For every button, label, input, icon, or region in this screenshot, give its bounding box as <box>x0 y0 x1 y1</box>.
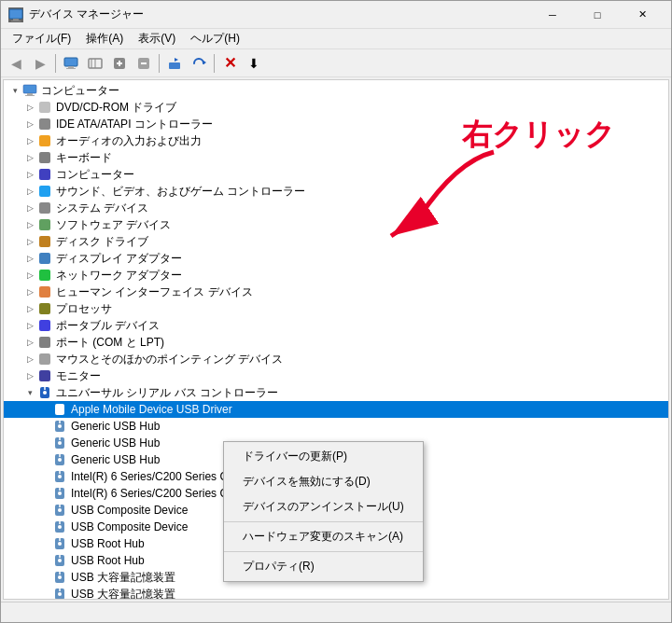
svg-point-58 <box>58 508 62 512</box>
tree-label-system: システム デバイス <box>56 201 148 216</box>
tree-toggle-computer[interactable]: ▾ <box>7 83 22 98</box>
tree-item-usb[interactable]: ▾ユニバーサル シリアル バス コントローラー <box>4 384 668 401</box>
tree-toggle-monitor[interactable]: ▷ <box>22 368 37 383</box>
tree-icon-system <box>37 201 52 215</box>
toolbar-btn-refresh[interactable] <box>188 52 210 75</box>
tree-toggle-processor[interactable]: ▷ <box>22 301 37 316</box>
tree-toggle-generic-hub1 <box>37 419 52 434</box>
tree-item-dvd[interactable]: ▷DVD/CD-ROM ドライブ <box>4 99 668 116</box>
tree-icon-usb <box>37 385 52 400</box>
tree-icon-generic-hub2 <box>52 436 67 450</box>
svg-rect-29 <box>39 270 50 281</box>
tree-toggle-display[interactable]: ▷ <box>22 251 37 266</box>
tree-item-monitor[interactable]: ▷モニター <box>4 367 668 384</box>
context-uninstall-device[interactable]: デバイスのアンインストール(U) <box>224 494 423 519</box>
tree-item-hid[interactable]: ▷ヒューマン インターフェイス デバイス <box>4 284 668 300</box>
toolbar-btn-4[interactable] <box>133 52 155 75</box>
tree-item-apple-driver[interactable]: Apple Mobile Device USB Driver <box>4 401 668 418</box>
tree-icon-mouse <box>37 352 52 367</box>
tree-item-sound[interactable]: ▷サウンド、ビデオ、およびゲーム コントローラー <box>4 183 668 200</box>
tree-toggle-sound[interactable]: ▷ <box>22 184 37 199</box>
toolbar-btn-update[interactable] <box>163 52 186 75</box>
menu-help[interactable]: ヘルプ(H) <box>183 29 247 48</box>
tree-toggle-ide[interactable]: ▷ <box>22 117 37 132</box>
tree-toggle-keyboard[interactable]: ▷ <box>22 150 37 165</box>
tree-item-audio-in-out[interactable]: ▷オーディオの入力および出力 <box>4 132 668 149</box>
tree-label-apple-driver: Apple Mobile Device USB Driver <box>71 403 232 416</box>
minimize-button[interactable]: ─ <box>531 1 574 29</box>
tree-toggle-system[interactable]: ▷ <box>22 201 37 215</box>
tree-icon-apple-driver <box>52 402 67 417</box>
tree-toggle-intel2 <box>37 486 52 501</box>
tree-item-computer2[interactable]: ▷コンピューター <box>4 166 668 183</box>
svg-rect-34 <box>39 353 50 365</box>
tree-label-network: ネットワーク アダプター <box>56 268 182 284</box>
tree-icon-processor <box>37 301 52 316</box>
tree-item-system[interactable]: ▷システム デバイス <box>4 200 668 216</box>
tree-item-ide[interactable]: ▷IDE ATA/ATAPI コントローラー <box>4 116 668 132</box>
tree-toggle-network[interactable]: ▷ <box>22 268 37 283</box>
tree-icon-ide <box>37 117 52 132</box>
tree-toggle-port[interactable]: ▷ <box>22 335 37 350</box>
svg-point-64 <box>58 542 62 546</box>
tree-label-generic-hub2: Generic USB Hub <box>71 436 160 450</box>
tree-toggle-intel1 <box>37 469 52 484</box>
close-button[interactable]: ✕ <box>621 1 664 29</box>
tree-icon-generic-hub3 <box>52 452 67 467</box>
tree-label-portable: ポータブル デバイス <box>56 318 160 334</box>
menu-view[interactable]: 表示(V) <box>131 29 183 48</box>
svg-rect-16 <box>23 85 36 93</box>
tree-toggle-mouse[interactable]: ▷ <box>22 352 37 367</box>
svg-rect-32 <box>39 320 50 331</box>
tree-label-usb-root2: USB Root Hub <box>71 554 145 567</box>
tree-label-usb-mass2: USB 大容量記憶装置 <box>71 587 175 601</box>
tree-toggle-portable[interactable]: ▷ <box>22 318 37 333</box>
context-update-driver[interactable]: ドライバーの更新(P) <box>224 444 423 469</box>
tree-item-port[interactable]: ▷ポート (COM と LPT) <box>4 334 668 351</box>
tree-item-usb-mass2[interactable]: USB 大容量記憶装置 <box>4 586 668 600</box>
menu-file[interactable]: ファイル(F) <box>5 29 78 48</box>
context-sep-2 <box>224 551 423 552</box>
svg-rect-4 <box>68 66 74 68</box>
title-bar-buttons: ─ □ ✕ <box>531 1 664 29</box>
tree-label-computer2: コンピューター <box>56 167 134 183</box>
toolbar-btn-2[interactable] <box>84 52 106 75</box>
context-scan-hardware[interactable]: ハードウェア変更のスキャン(A) <box>224 524 423 549</box>
tree-toggle-apple-driver <box>37 402 52 417</box>
tree-label-generic-hub3: Generic USB Hub <box>71 453 160 466</box>
tree-item-portable[interactable]: ▷ポータブル デバイス <box>4 317 668 334</box>
tree-item-disk[interactable]: ▷ディスク ドライブ <box>4 233 668 250</box>
tree-toggle-computer2[interactable]: ▷ <box>22 167 37 182</box>
tree-toggle-software[interactable]: ▷ <box>22 217 37 232</box>
svg-rect-3 <box>64 58 77 66</box>
tree-toggle-usb[interactable]: ▾ <box>22 385 37 400</box>
tree-icon-usb-mass2 <box>52 587 67 600</box>
tree-item-display[interactable]: ▷ディスプレイ アダプター <box>4 250 668 267</box>
tree-icon-usb-mass1 <box>52 570 67 585</box>
toolbar-btn-1[interactable] <box>60 52 82 75</box>
svg-rect-30 <box>39 286 50 298</box>
tree-item-software[interactable]: ▷ソフトウェア デバイス <box>4 216 668 233</box>
toolbar-btn-down[interactable]: ⬇ <box>243 52 265 75</box>
tree-item-keyboard[interactable]: ▷キーボード <box>4 149 668 166</box>
tree-item-generic-hub1[interactable]: Generic USB Hub <box>4 418 668 435</box>
toolbar-btn-3[interactable] <box>108 52 131 75</box>
tree-item-processor[interactable]: ▷プロセッサ <box>4 300 668 317</box>
toolbar-btn-cancel[interactable]: ✕ <box>218 52 241 75</box>
tree-toggle-audio-in-out[interactable]: ▷ <box>22 133 37 148</box>
context-properties[interactable]: プロパティ(R) <box>224 554 423 579</box>
tree-item-network[interactable]: ▷ネットワーク アダプター <box>4 267 668 284</box>
tree-toggle-dvd[interactable]: ▷ <box>22 100 37 115</box>
svg-rect-31 <box>39 303 50 314</box>
context-disable-device[interactable]: デバイスを無効にする(D) <box>224 469 423 494</box>
svg-rect-17 <box>27 93 33 95</box>
tree-toggle-disk[interactable]: ▷ <box>22 234 37 249</box>
svg-point-73 <box>58 592 62 596</box>
tree-label-keyboard: キーボード <box>56 150 112 166</box>
tree-icon-usb-composite1 <box>52 503 67 518</box>
maximize-button[interactable]: □ <box>576 1 619 29</box>
tree-item-mouse[interactable]: ▷マウスとそのほかのポインティング デバイス <box>4 351 668 367</box>
menu-action[interactable]: 操作(A) <box>78 29 131 48</box>
tree-item-computer[interactable]: ▾コンピューター <box>4 82 668 99</box>
tree-toggle-hid[interactable]: ▷ <box>22 284 37 299</box>
